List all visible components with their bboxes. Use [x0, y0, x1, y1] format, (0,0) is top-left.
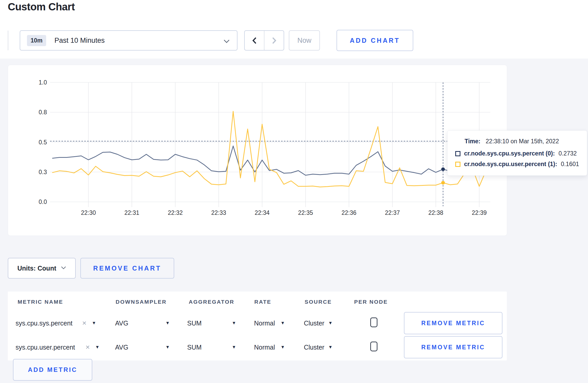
metrics-table: METRIC NAME DOWNSAMPLER AGGREGATOR RATE … [8, 292, 507, 360]
next-time-button[interactable] [264, 31, 284, 50]
series-line-cr.node.sys.cpu.sys.percent [52, 146, 486, 175]
x-tick-label: 22:35 [298, 209, 313, 216]
downsampler-caret-icon[interactable]: ▼ [165, 345, 170, 350]
x-tick-label: 22:31 [124, 209, 139, 216]
series-line-cr.node.sys.cpu.user.percent [52, 111, 486, 187]
crosshair-point-cr.node.sys.cpu.sys.percent [441, 167, 445, 171]
series-sys-swatch-icon [455, 151, 460, 156]
tooltip-time-value: 22:38:10 on Mar 15th, 2022 [486, 138, 559, 145]
tooltip-series-label: cr.node.sys.cpu.user.percent (1): [464, 161, 557, 168]
aggregator-caret-icon[interactable]: ▼ [232, 345, 236, 350]
tooltip-time-row: Time: 22:38:10 on Mar 15th, 2022 [465, 138, 579, 145]
y-tick-label: 0.8 [39, 109, 47, 116]
col-header-per-node: PER NODE [354, 299, 388, 305]
metric-name-select[interactable]: sys.cpu.sys.percent [16, 320, 73, 327]
y-tick-label: 1.0 [39, 79, 47, 86]
rate-select[interactable]: Normal [254, 320, 275, 327]
units-label: Units: Count [17, 265, 56, 272]
now-button[interactable]: Now [289, 30, 320, 51]
time-nav-group [244, 30, 284, 51]
remove-metric-button[interactable]: REMOVE METRIC [404, 336, 502, 358]
x-tick-label: 22:39 [472, 209, 487, 216]
remove-metric-button[interactable]: REMOVE METRIC [404, 312, 502, 334]
x-tick-label: 22:32 [168, 209, 183, 216]
aggregator-select[interactable]: SUM [187, 344, 202, 351]
aggregator-caret-icon[interactable]: ▼ [232, 321, 236, 326]
chart-card: 0.00.30.50.81.022:3022:3122:3222:3322:34… [8, 65, 507, 236]
y-tick-label: 0.0 [39, 198, 47, 205]
metric-dropdown-caret-icon[interactable]: ▼ [95, 345, 100, 350]
chevron-left-icon [252, 37, 257, 44]
source-select[interactable]: Cluster [304, 344, 324, 351]
x-tick-label: 22:30 [81, 209, 96, 216]
series-user-swatch-icon [455, 162, 460, 167]
time-window-badge: 10m [27, 35, 46, 46]
clear-metric-icon[interactable]: × [86, 343, 90, 351]
col-header-downsampler: DOWNSAMPLER [116, 299, 167, 305]
x-tick-label: 22:33 [211, 209, 226, 216]
chevron-right-icon [272, 37, 276, 44]
metric-name-select[interactable]: sys.cpu.user.percent [16, 344, 75, 351]
remove-chart-button[interactable]: REMOVE CHART [80, 258, 174, 279]
crosshair-point-cr.node.sys.cpu.user.percent [441, 181, 445, 185]
tooltip-series-row: cr.node.sys.cpu.user.percent (1): 0.1601 [455, 161, 579, 168]
per-node-checkbox[interactable] [370, 317, 377, 327]
col-header-aggregator: AGGREGATOR [189, 299, 234, 305]
prev-time-button[interactable] [245, 31, 264, 50]
tooltip-series-value: 0.2732 [558, 150, 577, 157]
rate-caret-icon[interactable]: ▼ [281, 321, 285, 326]
x-tick-label: 22:34 [255, 209, 270, 216]
tooltip-series-label: cr.node.sys.cpu.sys.percent (0): [464, 150, 555, 157]
col-header-metric-name: METRIC NAME [18, 299, 63, 305]
tooltip-series-value: 0.1601 [561, 161, 579, 168]
rate-select[interactable]: Normal [254, 344, 275, 351]
units-select[interactable]: Units: Count [8, 258, 76, 279]
table-row: sys.cpu.user.percent × ▼ AVG ▼ SUM ▼ Nor… [8, 336, 507, 358]
time-window-label: Past 10 Minutes [54, 37, 105, 45]
source-caret-icon[interactable]: ▼ [328, 321, 333, 326]
chevron-down-icon [61, 266, 66, 271]
x-tick-label: 22:36 [341, 209, 356, 216]
custom-chart-page: Custom Chart 10m Past 10 Minutes Now ADD… [0, 0, 588, 383]
col-header-rate: RATE [254, 299, 271, 305]
x-tick-label: 22:38 [428, 209, 443, 216]
x-tick-label: 22:37 [385, 209, 400, 216]
aggregator-select[interactable]: SUM [187, 320, 202, 327]
time-window-select[interactable]: 10m Past 10 Minutes [20, 30, 237, 51]
source-caret-icon[interactable]: ▼ [328, 345, 333, 350]
tooltip-series-row: cr.node.sys.cpu.sys.percent (0): 0.2732 [455, 150, 579, 157]
y-tick-label: 0.3 [39, 169, 47, 175]
col-header-source: SOURCE [305, 299, 332, 305]
downsampler-select[interactable]: AVG [115, 320, 128, 327]
downsampler-caret-icon[interactable]: ▼ [165, 321, 170, 326]
rate-caret-icon[interactable]: ▼ [281, 345, 285, 350]
metric-dropdown-caret-icon[interactable]: ▼ [92, 321, 96, 326]
tooltip-time-label: Time: [465, 138, 480, 145]
page-title: Custom Chart [8, 1, 75, 13]
downsampler-select[interactable]: AVG [115, 344, 128, 351]
chart-tooltip: Time: 22:38:10 on Mar 15th, 2022 cr.node… [447, 130, 587, 176]
y-tick-label: 0.5 [39, 139, 47, 146]
add-metric-button[interactable]: ADD METRIC [13, 359, 92, 381]
timeseries-chart[interactable]: 0.00.30.50.81.022:3022:3122:3222:3322:34… [8, 65, 507, 236]
table-row: sys.cpu.sys.percent × ▼ AVG ▼ SUM ▼ Norm… [8, 312, 507, 334]
add-chart-button[interactable]: ADD CHART [337, 30, 413, 51]
chevron-down-icon [223, 39, 230, 44]
source-select[interactable]: Cluster [304, 320, 324, 327]
per-node-checkbox[interactable] [370, 342, 377, 351]
toolbar-divider [8, 31, 8, 50]
clear-metric-icon[interactable]: × [82, 319, 86, 327]
